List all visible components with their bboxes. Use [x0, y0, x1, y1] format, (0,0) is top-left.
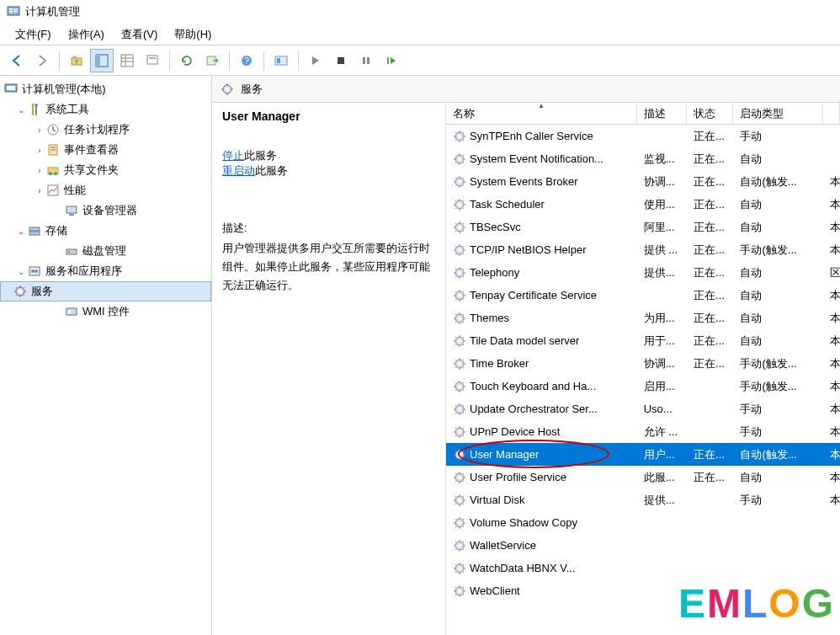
- service-row[interactable]: WebClient: [446, 579, 840, 602]
- service-row[interactable]: SynTPEnh Caller Service正在...手动: [446, 125, 840, 147]
- up-folder-button[interactable]: [65, 49, 88, 72]
- tree-event-viewer[interactable]: › 事件查看器: [0, 140, 211, 160]
- col-startup[interactable]: 启动类型: [733, 103, 823, 124]
- service-row[interactable]: User Profile Service此服...正在...自动本: [446, 466, 840, 488]
- service-row[interactable]: UPnP Device Host允许 ...手动本: [446, 420, 840, 443]
- gear-icon: [453, 289, 466, 302]
- service-row[interactable]: Task Scheduler使用...正在...自动本: [446, 193, 840, 216]
- svg-rect-12: [149, 57, 156, 59]
- service-row[interactable]: Tenpay Certificate Service正在...自动本: [446, 284, 840, 307]
- service-row[interactable]: User Manager用户...正在...自动(触发...本: [446, 443, 840, 466]
- refresh-button[interactable]: [175, 49, 199, 72]
- tree-system-tools[interactable]: ⌄ 系统工具: [0, 99, 211, 120]
- tree-storage[interactable]: ⌄ 存储: [0, 221, 211, 241]
- service-row[interactable]: TCP/IP NetBIOS Helper提供 ...正在...手动(触发...…: [446, 238, 840, 261]
- service-row[interactable]: Themes为用...正在...自动本: [446, 307, 840, 329]
- service-name: Task Scheduler: [470, 198, 545, 211]
- service-startup: 手动: [733, 129, 823, 144]
- menu-action[interactable]: 操作(A): [60, 25, 113, 44]
- service-row[interactable]: Touch Keyboard and Ha...启用...手动(触发...本: [446, 375, 840, 398]
- svg-point-32: [49, 172, 52, 175]
- gear-icon: [453, 516, 466, 530]
- gear-icon: [453, 471, 466, 484]
- tree-root[interactable]: 计算机管理(本地): [0, 79, 211, 99]
- tree-disk-management[interactable]: 磁盘管理: [0, 241, 211, 261]
- expand-icon[interactable]: ›: [34, 186, 45, 195]
- forward-button[interactable]: [30, 49, 54, 72]
- service-extra: 本: [823, 402, 840, 417]
- show-hide-tree-button[interactable]: [90, 49, 114, 72]
- service-row[interactable]: System Event Notification...监视...正在...自动: [446, 147, 840, 170]
- content-area: 计算机管理(本地) ⌄ 系统工具 › 任务计划程序 › 事件查看器 › 共享文件…: [0, 76, 840, 635]
- collapse-icon[interactable]: ⌄: [15, 267, 27, 276]
- svg-point-59: [458, 226, 461, 229]
- svg-rect-36: [69, 214, 74, 216]
- tree-services[interactable]: 服务: [0, 281, 211, 301]
- service-row[interactable]: Volume Shadow Copy: [446, 511, 840, 534]
- tree-label: 存储: [45, 223, 67, 238]
- svg-point-65: [458, 294, 461, 297]
- col-extra[interactable]: [823, 103, 840, 124]
- gear-icon: [453, 266, 466, 280]
- stop-button[interactable]: [329, 49, 353, 72]
- right-header: 服务: [212, 76, 840, 103]
- svg-point-83: [458, 499, 461, 502]
- export-button[interactable]: [200, 49, 224, 72]
- service-status: 正在...: [687, 174, 733, 189]
- svg-point-45: [19, 290, 22, 293]
- service-row[interactable]: Telephony提供...正在...自动区: [446, 261, 840, 284]
- svg-rect-19: [363, 57, 365, 64]
- help-button[interactable]: ?: [235, 49, 258, 72]
- right-header-title: 服务: [241, 82, 263, 97]
- play-button[interactable]: [304, 49, 327, 72]
- stop-link[interactable]: 停止: [222, 149, 244, 162]
- menu-file[interactable]: 文件(F): [7, 25, 60, 44]
- restart-button[interactable]: [380, 49, 403, 72]
- service-row[interactable]: Time Broker协调...正在...手动(触发...本: [446, 352, 840, 375]
- details-button[interactable]: [115, 49, 139, 72]
- expand-icon[interactable]: ›: [34, 125, 45, 135]
- col-desc[interactable]: 描述: [637, 103, 687, 124]
- tree-services-apps[interactable]: ⌄ 服务和应用程序: [0, 261, 211, 281]
- restart-link[interactable]: 重启动: [222, 164, 255, 177]
- service-extra: 本: [823, 356, 840, 371]
- tree-shared-folders[interactable]: › 共享文件夹: [0, 160, 211, 180]
- menu-help[interactable]: 帮助(H): [166, 25, 220, 44]
- tree-label: 系统工具: [45, 102, 89, 117]
- service-row[interactable]: Update Orchestrator Ser...Uso...手动本: [446, 398, 840, 420]
- right-pane: 服务 User Manager 停止此服务 重启动此服务 描述: 用户管理器提供…: [212, 76, 840, 635]
- gear-icon: [453, 243, 466, 257]
- menu-view[interactable]: 查看(V): [113, 25, 166, 44]
- expand-icon[interactable]: ›: [34, 166, 45, 175]
- service-name: SynTPEnh Caller Service: [470, 130, 593, 142]
- storage-icon: [27, 224, 42, 237]
- expand-icon[interactable]: ›: [34, 146, 45, 155]
- service-name: Update Orchestrator Ser...: [470, 403, 598, 415]
- service-row[interactable]: Tile Data model server用于...正在...自动本: [446, 329, 840, 352]
- tree-device-manager[interactable]: 设备管理器: [0, 200, 211, 221]
- tree-wmi[interactable]: WMI 控件: [0, 301, 211, 322]
- collapse-icon[interactable]: ⌄: [15, 227, 27, 236]
- navigation-tree[interactable]: 计算机管理(本地) ⌄ 系统工具 › 任务计划程序 › 事件查看器 › 共享文件…: [0, 76, 212, 635]
- back-button[interactable]: [5, 49, 29, 72]
- connect-button[interactable]: [269, 49, 293, 72]
- svg-point-71: [458, 362, 461, 366]
- service-row[interactable]: Virtual Disk提供...手动本: [446, 488, 840, 511]
- col-status[interactable]: 状态: [687, 103, 733, 124]
- col-name[interactable]: 名称 ▲: [446, 103, 637, 124]
- gear-icon: [453, 562, 466, 575]
- service-row[interactable]: TBSecSvc阿里...正在...自动本: [446, 216, 840, 238]
- pause-button[interactable]: [354, 49, 378, 72]
- service-row[interactable]: WalletService: [446, 534, 840, 557]
- tree-performance[interactable]: › 性能: [0, 180, 211, 200]
- service-row[interactable]: WatchData HBNX V...: [446, 557, 840, 579]
- service-row[interactable]: System Events Broker协调...正在...自动(触发...本: [446, 170, 840, 193]
- collapse-icon[interactable]: ⌄: [15, 105, 27, 115]
- tree-task-scheduler[interactable]: › 任务计划程序: [0, 120, 211, 140]
- service-desc: 用于...: [637, 334, 687, 349]
- filter-button[interactable]: [141, 49, 164, 72]
- service-extra: 本: [823, 334, 840, 349]
- menu-bar: 文件(F) 操作(A) 查看(V) 帮助(H): [0, 24, 840, 45]
- list-body[interactable]: SynTPEnh Caller Service正在...手动System Eve…: [446, 125, 840, 635]
- toolbar-separator: [59, 51, 60, 71]
